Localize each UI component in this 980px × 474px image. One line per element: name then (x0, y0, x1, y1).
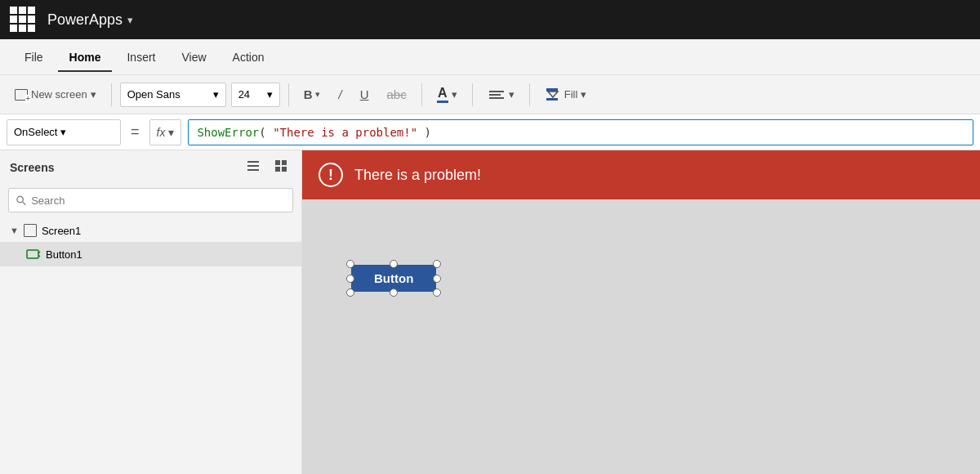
italic-label: / (338, 87, 341, 101)
error-banner: ! There is a problem! (302, 150, 980, 199)
font-color-chevron: ▾ (452, 88, 457, 101)
sep4 (472, 83, 473, 106)
search-input[interactable] (31, 195, 286, 207)
property-label: OnSelect (14, 126, 57, 138)
app-title: PowerApps ▾ (47, 11, 133, 29)
font-color-bar (437, 101, 448, 103)
strikethrough-button[interactable]: abc (381, 84, 413, 105)
bold-label: B (304, 87, 313, 101)
bold-button[interactable]: B ▾ (297, 84, 327, 105)
handle-ml[interactable] (346, 275, 354, 283)
error-icon: ! (318, 163, 343, 187)
svg-rect-12 (27, 250, 38, 258)
app-chevron-icon[interactable]: ▾ (127, 14, 133, 26)
font-color-button[interactable]: A ▾ (430, 83, 464, 106)
svg-point-10 (17, 196, 24, 203)
underline-label: U (360, 87, 369, 101)
sidebar-search (8, 188, 293, 212)
new-screen-button[interactable]: New screen ▾ (8, 85, 103, 104)
screen-icon (24, 224, 37, 237)
formula-display[interactable]: ShowError ( "There is a problem!" ) (188, 119, 973, 145)
fill-button[interactable]: Fill ▾ (538, 83, 594, 106)
menu-action[interactable]: Action (221, 44, 276, 70)
formula-string: "There is a problem!" (273, 126, 417, 139)
waffle-icon[interactable] (10, 7, 36, 33)
formula-space1 (266, 126, 273, 139)
screen1-label: Screen1 (42, 225, 81, 237)
font-size-chevron: ▾ (267, 88, 273, 101)
underline-button[interactable]: U (354, 84, 376, 105)
fx-button[interactable]: fx ▾ (149, 119, 182, 145)
tree-item-button1[interactable]: Button1 (0, 242, 301, 266)
button1-label: Button1 (46, 248, 82, 261)
formula-bar: OnSelect ▾ = fx ▾ ShowError ( "There is … (0, 114, 980, 150)
toolbar: New screen ▾ Open Sans ▾ 24 ▾ B ▾ / U ab… (0, 75, 980, 114)
handle-tr[interactable] (433, 260, 441, 268)
formula-paren-close: ) (425, 126, 431, 139)
list-view-icon[interactable] (243, 157, 264, 178)
menu-insert[interactable]: Insert (115, 44, 167, 70)
svg-rect-8 (275, 167, 280, 172)
sep5 (529, 83, 530, 106)
tree-item-screen1[interactable]: ▼ Screen1 (0, 219, 301, 242)
svg-rect-9 (282, 167, 287, 172)
italic-button[interactable]: / (332, 84, 348, 105)
svg-rect-4 (247, 165, 259, 167)
sidebar-header: Screens (0, 150, 301, 185)
error-text: There is a problem! (354, 167, 481, 184)
canvas-area: ! There is a problem! Button (302, 150, 980, 474)
font-color-icon: A (437, 86, 448, 103)
canvas-content: Button (302, 199, 980, 474)
font-family-dropdown[interactable]: Open Sans ▾ (120, 83, 226, 107)
new-screen-chevron: ▾ (91, 88, 96, 101)
sep2 (288, 83, 289, 106)
font-size-label: 24 (238, 88, 264, 101)
fill-label: Fill (564, 88, 578, 101)
formula-space2 (417, 126, 424, 139)
property-dropdown[interactable]: OnSelect ▾ (7, 119, 121, 145)
align-button[interactable]: ▾ (481, 85, 521, 104)
canvas-button-wrapper: Button (351, 265, 436, 292)
font-size-dropdown[interactable]: 24 ▾ (231, 83, 280, 107)
font-family-chevron: ▾ (213, 88, 219, 101)
svg-line-11 (23, 202, 25, 204)
svg-rect-1 (546, 98, 558, 101)
fill-chevron: ▾ (581, 88, 586, 101)
equals-sign: = (127, 123, 143, 141)
canvas-button-selected[interactable]: Button (351, 265, 436, 292)
menu-file[interactable]: File (13, 44, 55, 70)
menu-view[interactable]: View (170, 44, 217, 70)
svg-rect-7 (282, 160, 287, 165)
handle-mr[interactable] (433, 275, 441, 283)
svg-rect-6 (275, 160, 280, 165)
grid-view-icon[interactable] (270, 157, 292, 178)
menu-home[interactable]: Home (58, 44, 113, 70)
strikethrough-label: abc (387, 87, 407, 101)
main-area: Screens (0, 150, 980, 474)
handle-tl[interactable] (346, 260, 354, 268)
handle-br[interactable] (433, 288, 441, 297)
align-icon (488, 89, 506, 101)
svg-marker-2 (548, 92, 558, 97)
sep1 (111, 83, 112, 106)
formula-paren-open: ( (259, 126, 265, 139)
app-name-label: PowerApps (47, 11, 122, 29)
collapse-icon: ▼ (10, 226, 19, 235)
sep3 (421, 83, 422, 106)
handle-bm[interactable] (390, 288, 398, 297)
font-family-label: Open Sans (127, 88, 210, 101)
handle-bl[interactable] (346, 288, 354, 297)
fx-chevron: ▾ (168, 126, 174, 139)
fill-icon (545, 87, 561, 103)
search-icon (16, 195, 26, 206)
menu-bar: File Home Insert View Action (0, 39, 980, 75)
property-chevron: ▾ (60, 126, 66, 138)
svg-rect-3 (247, 161, 259, 163)
sidebar: Screens (0, 150, 302, 474)
bold-chevron: ▾ (315, 89, 320, 100)
button-control-icon (26, 247, 41, 262)
sidebar-title: Screens (10, 161, 54, 174)
fx-label: fx (157, 126, 166, 139)
new-screen-icon (15, 89, 28, 101)
font-color-label: A (438, 86, 448, 101)
